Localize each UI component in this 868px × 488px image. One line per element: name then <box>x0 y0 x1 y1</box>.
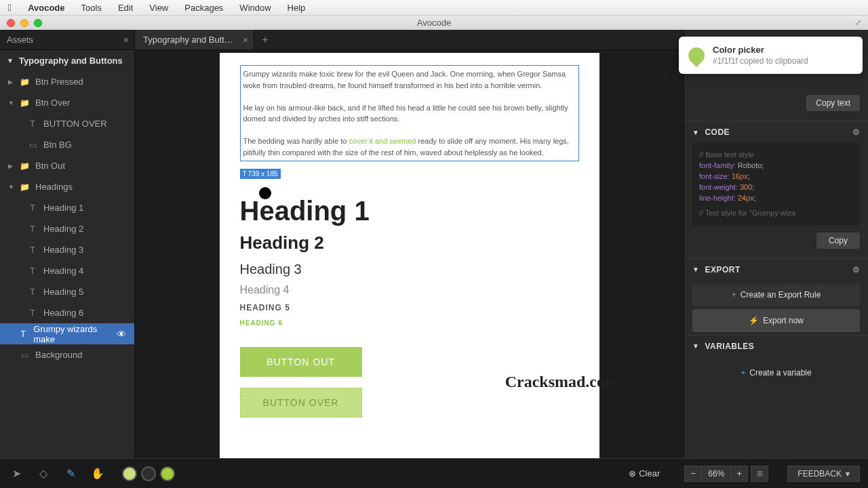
layer-row[interactable]: ▶📁Btn Out <box>0 155 134 176</box>
minimize-window-button[interactable] <box>20 19 28 27</box>
visibility-icon[interactable]: 👁 <box>117 329 126 340</box>
layer-row[interactable]: THeading 4 <box>0 260 134 281</box>
add-tab-button[interactable]: + <box>254 34 276 46</box>
mac-menu-bar:  Avocode Tools Edit View Packages Windo… <box>0 0 868 15</box>
canvas-viewport[interactable]: Grumpy wizards make toxic brew for the e… <box>135 50 684 458</box>
sidebar-tab-assets[interactable]: Assets × <box>0 30 134 49</box>
traffic-lights <box>0 19 42 27</box>
layer-label: Heading 3 <box>43 245 83 255</box>
heading-3[interactable]: Heading 3 <box>240 262 579 277</box>
size-value: 739 x 185 <box>248 170 278 178</box>
apple-icon[interactable]:  <box>8 2 12 13</box>
shape-icon: ▭ <box>27 140 38 150</box>
menu-help[interactable]: Help <box>288 3 306 13</box>
text-icon: T <box>27 119 38 129</box>
layer-row[interactable]: TBUTTON OVER <box>0 113 134 134</box>
close-icon[interactable]: × <box>243 35 248 45</box>
zoom-controls: − 66% + ⊞ <box>684 466 768 482</box>
zoom-in-button[interactable]: + <box>730 466 748 482</box>
ruler-button[interactable]: ⊞ <box>751 466 768 482</box>
app-name[interactable]: Avocode <box>28 3 64 13</box>
heading-2[interactable]: Heading 2 <box>240 232 579 253</box>
heading-1[interactable]: Heading 1 <box>240 195 579 227</box>
canvas-tab-label: Typography and Butt… <box>143 35 233 45</box>
layer-row[interactable]: THeading 1 <box>0 197 134 218</box>
fullscreen-icon[interactable]: ⤢ <box>855 18 861 27</box>
sidebar-title-label: Typography and Buttons <box>19 56 123 66</box>
heading-6[interactable]: HEADING 6 <box>240 319 579 327</box>
selected-text-block[interactable]: Grumpy wizards make toxic brew for the e… <box>240 65 579 161</box>
layer-label: Headings <box>35 182 73 192</box>
menu-tools[interactable]: Tools <box>81 3 102 13</box>
copy-text-button[interactable]: Copy text <box>806 95 860 111</box>
canvas-tab[interactable]: Typography and Butt… × <box>135 30 254 49</box>
window-title: Avocode <box>417 18 451 28</box>
hand-tool[interactable]: ✋ <box>90 467 106 480</box>
close-icon[interactable]: × <box>123 35 129 45</box>
layer-row[interactable]: THeading 3 <box>0 239 134 260</box>
heading-4[interactable]: Heading 4 <box>240 284 579 296</box>
layer-row[interactable]: TGrumpy wizards make👁 <box>0 323 134 344</box>
toast-title: Color picker <box>713 45 808 55</box>
layer-label: Btn Pressed <box>35 77 83 87</box>
eraser-tool[interactable]: ◇ <box>35 467 52 480</box>
zoom-out-button[interactable]: − <box>684 466 702 482</box>
heading-5[interactable]: HEADING 5 <box>240 303 579 312</box>
menu-edit[interactable]: Edit <box>118 3 133 13</box>
layer-label: Grumpy wizards make <box>33 324 111 344</box>
layer-label: Btn Over <box>35 98 70 108</box>
layer-label: Heading 5 <box>43 287 83 297</box>
layer-row[interactable]: ▼📁Btn Over <box>0 92 134 113</box>
layer-label: Btn Out <box>35 161 65 171</box>
layer-row[interactable]: THeading 6 <box>0 302 134 323</box>
variables-section: ▼ VARIABLES + Create a variable <box>684 335 868 384</box>
menu-view[interactable]: View <box>149 3 168 13</box>
swatch-1[interactable] <box>122 466 137 481</box>
gear-icon[interactable]: ⚙ <box>852 127 861 137</box>
create-variable-button[interactable]: + Create a variable <box>692 361 860 384</box>
code-section-header[interactable]: ▼ CODE ⚙ <box>684 121 868 143</box>
eyedropper-tool[interactable]: ✎ <box>62 467 79 480</box>
shape-icon: ▭ <box>19 350 30 360</box>
buttons-group: BUTTON OUT BUTTON OVER <box>220 327 599 418</box>
create-export-rule-button[interactable]: + Create an Export Rule <box>692 283 860 306</box>
selection-size-badge: T 739 x 185 <box>240 169 281 179</box>
layer-row[interactable]: ▼📁Headings <box>0 176 134 197</box>
bottom-toolbar: ➤ ◇ ✎ ✋ ⊗ Clear − 66% + ⊞ FEEDBACK ▾ <box>0 458 868 488</box>
pointer-tool[interactable]: ➤ <box>8 467 24 480</box>
gear-icon[interactable]: ⚙ <box>852 265 861 274</box>
export-now-button[interactable]: ⚡ Export now <box>692 309 860 332</box>
layer-row[interactable]: ▶📁Btn Pressed <box>0 71 134 92</box>
menu-window[interactable]: Window <box>239 3 271 13</box>
copy-css-button[interactable]: Copy <box>816 232 860 249</box>
button-out[interactable]: BUTTON OUT <box>240 347 362 377</box>
canvas-area: Typography and Butt… × + Grumpy wizards … <box>135 30 684 458</box>
paragraph-1: Grumpy wizards make toxic brew for the e… <box>243 70 566 89</box>
artboard: Grumpy wizards make toxic brew for the e… <box>220 53 599 458</box>
layer-row[interactable]: THeading 5 <box>0 281 134 302</box>
button-over[interactable]: BUTTON OVER <box>240 388 362 418</box>
folder-icon: 📁 <box>19 77 30 87</box>
export-section-header[interactable]: ▼ EXPORT ⚙ <box>684 259 868 281</box>
swatch-2[interactable] <box>141 466 156 481</box>
canvas-tabs: Typography and Butt… × + <box>135 30 684 50</box>
feedback-button[interactable]: FEEDBACK ▾ <box>787 466 860 482</box>
color-swatches <box>122 466 175 481</box>
zoom-window-button[interactable] <box>34 19 42 27</box>
text-icon: T <box>243 170 247 178</box>
chevron-down-icon: ▼ <box>7 57 14 64</box>
folder-icon: 📁 <box>19 182 30 192</box>
text-icon: T <box>27 245 38 255</box>
layer-row[interactable]: ▭Background <box>0 344 134 365</box>
headings-group: Heading 1 Heading 2 Heading 3 Heading 4 … <box>220 179 599 327</box>
layer-row[interactable]: THeading 2 <box>0 218 134 239</box>
clear-button[interactable]: ⊗ Clear <box>629 468 660 479</box>
layer-row[interactable]: ▭Btn BG <box>0 134 134 155</box>
sidebar-title[interactable]: ▼ Typography and Buttons <box>0 50 134 71</box>
css-code-block[interactable]: // Base text style font-family: Roboto; … <box>692 143 860 226</box>
close-window-button[interactable] <box>7 19 15 27</box>
variables-section-header[interactable]: ▼ VARIABLES <box>684 336 868 357</box>
plus-icon: + <box>741 368 745 378</box>
swatch-3[interactable] <box>160 466 175 481</box>
menu-packages[interactable]: Packages <box>184 3 223 13</box>
